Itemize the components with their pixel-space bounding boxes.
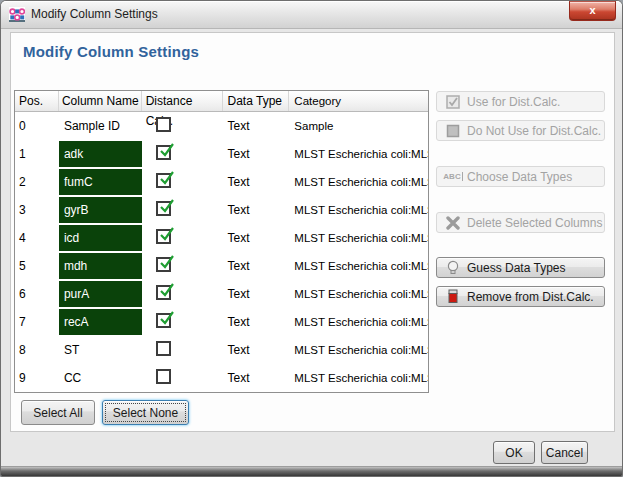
app-icon [9, 7, 25, 23]
table-row[interactable]: 9 CC Text MLST Escherichia coli:MLST [15, 364, 428, 392]
row-pos: 0 [15, 119, 59, 133]
column-header-name: Column Name [59, 91, 142, 111]
select-none-button[interactable]: Select None [102, 400, 189, 425]
delete-x-icon [445, 215, 461, 231]
category-cell: MLST Escherichia coli:MLST [289, 176, 428, 188]
lightbulb-icon [445, 260, 461, 276]
row-pos: 4 [15, 231, 59, 245]
data-type-cell: Text [223, 119, 290, 133]
category-cell: MLST Escherichia coli:MLST [289, 344, 428, 356]
modify-column-settings-dialog: Modify Column Settings x Modify Column S… [0, 0, 623, 477]
table-row[interactable]: 1 adk Text MLST Escherichia coli:MLST [15, 140, 428, 168]
delete-selected-columns-button[interactable]: Delete Selected Columns [436, 212, 605, 233]
distance-calc-checkbox[interactable] [156, 173, 171, 188]
red-column-icon [445, 289, 461, 305]
table-row[interactable]: 4 icd Text MLST Escherichia coli:MLST [15, 224, 428, 252]
category-cell: MLST Escherichia coli:MLST [289, 316, 428, 328]
category-cell: MLST Escherichia coli:MLST [289, 372, 428, 384]
row-pos: 7 [15, 315, 59, 329]
row-pos: 5 [15, 259, 59, 273]
row-pos: 2 [15, 175, 59, 189]
page-title: Modify Column Settings [23, 43, 199, 60]
select-all-button[interactable]: Select All [21, 400, 95, 425]
cancel-button[interactable]: Cancel [541, 441, 588, 464]
distance-calc-checkbox[interactable] [156, 369, 171, 384]
window-title: Modify Column Settings [31, 1, 158, 29]
distance-calc-checkbox[interactable] [156, 145, 171, 160]
distance-calc-checkbox[interactable] [156, 257, 171, 272]
row-pos: 3 [15, 203, 59, 217]
category-cell: MLST Escherichia coli:MLST [289, 148, 428, 160]
column-header-datatype: Data Type [223, 91, 290, 111]
choose-data-types-button[interactable]: ABC Choose Data Types [436, 166, 605, 187]
data-type-cell: Text [223, 203, 290, 217]
column-name-cell[interactable]: ST [59, 337, 142, 363]
side-button-label: Use for Dist.Calc. [467, 95, 560, 109]
column-header-category: Category [289, 91, 428, 111]
category-cell: MLST Escherichia coli:MLST [289, 232, 428, 244]
data-type-cell: Text [223, 147, 290, 161]
filled-square-icon [445, 123, 461, 139]
distance-calc-checkbox[interactable] [156, 313, 171, 328]
side-button-label: Delete Selected Columns [467, 216, 602, 230]
table-row[interactable]: 2 fumC Text MLST Escherichia coli:MLST [15, 168, 428, 196]
column-name-cell[interactable]: adk [59, 141, 142, 167]
category-cell: Sample [289, 120, 428, 132]
checked-checkbox-icon [445, 94, 461, 110]
close-button[interactable]: x [569, 1, 616, 21]
table-row[interactable]: 7 recA Text MLST Escherichia coli:MLST [15, 308, 428, 336]
table-row[interactable]: 3 gyrB Text MLST Escherichia coli:MLST [15, 196, 428, 224]
category-cell: MLST Escherichia coli:MLST [289, 288, 428, 300]
distance-calc-checkbox[interactable] [156, 285, 171, 300]
column-name-cell[interactable]: fumC [59, 169, 142, 195]
window-bottom-frame [1, 466, 622, 476]
guess-data-types-button[interactable]: Guess Data Types [436, 257, 605, 278]
column-name-cell[interactable]: mdh [59, 253, 142, 279]
remove-from-distcalc-button[interactable]: Remove from Dist.Calc. [436, 286, 605, 307]
data-type-cell: Text [223, 371, 290, 385]
row-pos: 8 [15, 343, 59, 357]
column-header-distance: Distance Calc. [142, 91, 223, 111]
table-row[interactable]: 5 mdh Text MLST Escherichia coli:MLST [15, 252, 428, 280]
distance-calc-checkbox[interactable] [156, 201, 171, 216]
column-name-cell[interactable]: purA [59, 281, 142, 307]
do-not-use-for-distcalc-button[interactable]: Do Not Use for Dist.Calc. [436, 120, 605, 141]
table-header-row: Pos. Column Name Distance Calc. Data Typ… [15, 91, 428, 112]
data-type-cell: Text [223, 287, 290, 301]
distance-calc-checkbox[interactable] [156, 341, 171, 356]
row-pos: 9 [15, 371, 59, 385]
table-row[interactable]: 6 purA Text MLST Escherichia coli:MLST [15, 280, 428, 308]
column-name-cell[interactable]: gyrB [59, 197, 142, 223]
data-type-cell: Text [223, 259, 290, 273]
category-cell: MLST Escherichia coli:MLST [289, 204, 428, 216]
side-button-label: Do Not Use for Dist.Calc. [467, 124, 601, 138]
column-name-cell[interactable]: CC [59, 365, 142, 391]
data-type-cell: Text [223, 175, 290, 189]
distance-calc-checkbox[interactable] [156, 117, 171, 132]
use-for-distcalc-button[interactable]: Use for Dist.Calc. [436, 91, 605, 112]
ok-button[interactable]: OK [493, 441, 535, 464]
side-button-label: Guess Data Types [467, 261, 566, 275]
table-body: 0 Sample ID Text Sample 1 adk Text MLST … [15, 112, 428, 392]
row-pos: 1 [15, 147, 59, 161]
column-header-pos: Pos. [15, 91, 59, 111]
column-name-cell[interactable]: icd [59, 225, 142, 251]
table-row[interactable]: 8 ST Text MLST Escherichia coli:MLST [15, 336, 428, 364]
columns-table: Pos. Column Name Distance Calc. Data Typ… [14, 90, 429, 393]
column-name-cell[interactable]: Sample ID [59, 113, 142, 139]
category-cell: MLST Escherichia coli:MLST [289, 260, 428, 272]
side-button-label: Remove from Dist.Calc. [467, 290, 594, 304]
data-type-cell: Text [223, 231, 290, 245]
title-bar: Modify Column Settings x [1, 1, 622, 29]
column-name-cell[interactable]: recA [59, 309, 142, 335]
row-pos: 6 [15, 287, 59, 301]
data-type-cell: Text [223, 315, 290, 329]
data-type-cell: Text [223, 343, 290, 357]
table-row[interactable]: 0 Sample ID Text Sample [15, 112, 428, 140]
distance-calc-checkbox[interactable] [156, 229, 171, 244]
side-button-label: Choose Data Types [467, 170, 572, 184]
abc-cursor-icon: ABC [445, 169, 461, 185]
